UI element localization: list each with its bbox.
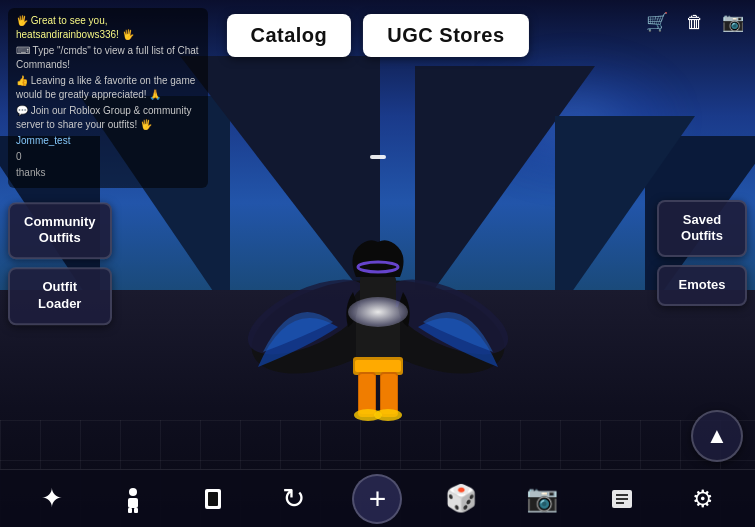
character-button[interactable]: [111, 477, 155, 521]
bottom-toolbar: ✦ ↻ + 🎲 📷 ⚙: [0, 469, 755, 527]
right-side-buttons: SavedOutfits Emotes: [657, 199, 747, 306]
main-buttons: Catalog UGC Stores: [226, 14, 528, 57]
character-area: [228, 147, 528, 467]
up-button[interactable]: ▲: [691, 410, 743, 462]
svg-rect-17: [128, 508, 132, 513]
chat-line: 🖐 Great to see you, heatsandirainbows336…: [16, 14, 200, 42]
saved-outfits-button[interactable]: SavedOutfits: [657, 199, 747, 257]
chat-line: 💬 Join our Roblox Group & community serv…: [16, 104, 200, 132]
chat-line: ⌨ Type "/cmds" to view a full list of Ch…: [16, 44, 200, 72]
cart-icon[interactable]: 🛒: [643, 8, 671, 36]
chat-line: Jomme_test: [16, 134, 200, 148]
add-button[interactable]: +: [352, 474, 402, 524]
dice-button[interactable]: 🎲: [439, 477, 483, 521]
svg-point-15: [129, 488, 137, 496]
svg-rect-20: [208, 492, 218, 506]
character-glow: [348, 297, 408, 327]
left-side-buttons: CommunityOutfits OutfitLoader: [8, 202, 112, 326]
settings-button[interactable]: ⚙: [681, 477, 725, 521]
refresh-button[interactable]: ↻: [272, 477, 316, 521]
chat-panel: 🖐 Great to see you, heatsandirainbows336…: [8, 8, 208, 188]
sparkle-button[interactable]: ✦: [30, 477, 74, 521]
player-nametag: [370, 155, 386, 159]
svg-rect-6: [355, 360, 401, 372]
chat-line: 0: [16, 150, 200, 164]
ugc-stores-button[interactable]: UGC Stores: [363, 14, 528, 57]
chat-line: thanks: [16, 166, 200, 180]
emotes-button[interactable]: Emotes: [657, 265, 747, 306]
svg-rect-10: [381, 374, 397, 414]
svg-point-12: [374, 409, 402, 421]
camera-top-icon[interactable]: 📷: [719, 8, 747, 36]
roblox-logo-button[interactable]: [191, 477, 235, 521]
svg-rect-16: [128, 498, 138, 508]
svg-rect-9: [359, 374, 375, 414]
camera-button[interactable]: 📷: [520, 477, 564, 521]
outfit-loader-button[interactable]: OutfitLoader: [8, 268, 112, 326]
trash-icon[interactable]: 🗑: [681, 8, 709, 36]
catalog-button[interactable]: Catalog: [226, 14, 351, 57]
list-button[interactable]: [600, 477, 644, 521]
community-outfits-button[interactable]: CommunityOutfits: [8, 202, 112, 260]
top-bar: 🛒 🗑 📷: [643, 8, 747, 36]
svg-rect-18: [134, 508, 138, 513]
chat-line: 👍 Leaving a like & favorite on the game …: [16, 74, 200, 102]
